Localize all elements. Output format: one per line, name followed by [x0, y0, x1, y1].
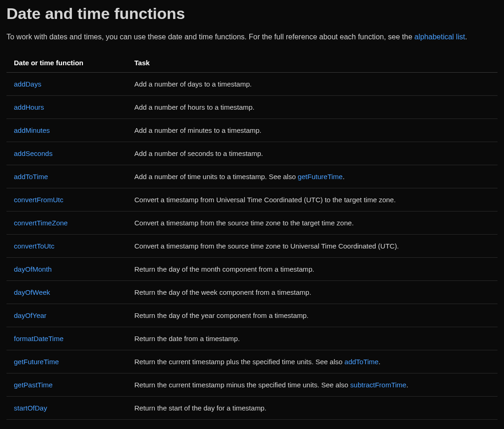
- table-header-task: Task: [127, 53, 498, 73]
- task-cell: Convert a timestamp from Universal Time …: [127, 188, 498, 211]
- function-cell: addSeconds: [6, 142, 127, 165]
- function-link[interactable]: dayOfWeek: [14, 288, 50, 296]
- task-text-before: Return the day of the year component fro…: [134, 311, 309, 319]
- task-cell: Add a number of time units to a timestam…: [127, 165, 498, 188]
- task-text-before: Return the current timestamp plus the sp…: [134, 358, 345, 366]
- table-row: getPastTimeReturn the current timestamp …: [6, 373, 498, 396]
- task-cell: Convert a timestamp from the source time…: [127, 234, 498, 257]
- function-cell: convertToUtc: [6, 234, 127, 257]
- table-row: formatDateTimeReturn the date from a tim…: [6, 327, 498, 350]
- task-cell: Add a number of minutes to a timestamp.: [127, 118, 498, 142]
- function-cell: addMinutes: [6, 118, 127, 142]
- function-link[interactable]: addSeconds: [14, 149, 52, 157]
- intro-text-after: .: [465, 33, 467, 41]
- task-text-before: Return the date from a timestamp.: [134, 335, 240, 342]
- functions-table: Date or time function Task addDaysAdd a …: [6, 53, 498, 420]
- table-row: startOfDayReturn the start of the day fo…: [6, 396, 498, 419]
- task-text-before: Add a number of minutes to a timestamp.: [134, 126, 261, 134]
- table-row: convertTimeZoneConvert a timestamp from …: [6, 211, 498, 234]
- task-text-after: .: [343, 173, 345, 180]
- table-row: addSecondsAdd a number of seconds to a t…: [6, 142, 498, 165]
- table-row: dayOfYearReturn the day of the year comp…: [6, 304, 498, 327]
- task-cell: Convert a timestamp from the source time…: [127, 211, 498, 234]
- function-cell: dayOfWeek: [6, 280, 127, 304]
- task-cell: Return the current timestamp minus the s…: [127, 373, 498, 396]
- function-link[interactable]: startOfDay: [14, 404, 47, 412]
- task-text-before: Convert a timestamp from the source time…: [134, 242, 399, 250]
- table-row: convertToUtcConvert a timestamp from the…: [6, 234, 498, 257]
- function-cell: getPastTime: [6, 373, 127, 396]
- table-row: addDaysAdd a number of days to a timesta…: [6, 72, 498, 95]
- task-cell: Return the day of the month component fr…: [127, 257, 498, 280]
- task-cell: Return the day of the year component fro…: [127, 304, 498, 327]
- function-link[interactable]: convertToUtc: [14, 242, 55, 250]
- function-cell: addToTime: [6, 165, 127, 188]
- task-text-before: Convert a timestamp from Universal Time …: [134, 196, 396, 204]
- task-text-before: Add a number of hours to a timestamp.: [134, 103, 254, 111]
- table-row: convertFromUtcConvert a timestamp from U…: [6, 188, 498, 211]
- table-row: addMinutesAdd a number of minutes to a t…: [6, 118, 498, 142]
- function-link[interactable]: addDays: [14, 80, 41, 88]
- table-header-function: Date or time function: [6, 53, 127, 73]
- task-text-before: Add a number of days to a timestamp.: [134, 80, 252, 88]
- task-cell: Return the start of the day for a timest…: [127, 396, 498, 419]
- task-text-before: Add a number of seconds to a timestamp.: [134, 149, 263, 157]
- task-cell: Add a number of seconds to a timestamp.: [127, 142, 498, 165]
- intro-paragraph: To work with dates and times, you can us…: [6, 31, 498, 43]
- task-text-before: Add a number of time units to a timestam…: [134, 173, 298, 180]
- function-cell: formatDateTime: [6, 327, 127, 350]
- function-link[interactable]: getFutureTime: [14, 358, 59, 366]
- task-cell: Return the day of the week component fro…: [127, 280, 498, 304]
- function-cell: convertTimeZone: [6, 211, 127, 234]
- task-text-before: Return the day of the week component fro…: [134, 288, 311, 296]
- function-link[interactable]: getPastTime: [14, 381, 53, 389]
- function-link[interactable]: addToTime: [14, 173, 48, 180]
- function-link[interactable]: dayOfYear: [14, 311, 46, 319]
- function-cell: addHours: [6, 95, 127, 118]
- function-cell: dayOfMonth: [6, 257, 127, 280]
- table-row: dayOfMonthReturn the day of the month co…: [6, 257, 498, 280]
- function-link[interactable]: convertFromUtc: [14, 196, 63, 204]
- task-cell: Return the current timestamp plus the sp…: [127, 350, 498, 373]
- task-text-after: .: [378, 358, 380, 366]
- function-cell: convertFromUtc: [6, 188, 127, 211]
- function-link[interactable]: addMinutes: [14, 126, 50, 134]
- task-text-after: .: [406, 381, 408, 389]
- function-cell: dayOfYear: [6, 304, 127, 327]
- alphabetical-list-link[interactable]: alphabetical list: [415, 33, 465, 41]
- function-link[interactable]: addHours: [14, 103, 44, 111]
- function-link[interactable]: dayOfMonth: [14, 265, 52, 273]
- task-text-before: Return the start of the day for a timest…: [134, 404, 266, 412]
- function-cell: addDays: [6, 72, 127, 95]
- page-title: Date and time functions: [6, 5, 498, 23]
- task-cell: Add a number of days to a timestamp.: [127, 72, 498, 95]
- task-cell: Add a number of hours to a timestamp.: [127, 95, 498, 118]
- task-inline-link[interactable]: getFutureTime: [298, 173, 343, 180]
- task-inline-link[interactable]: subtractFromTime: [350, 381, 406, 389]
- task-inline-link[interactable]: addToTime: [345, 358, 379, 366]
- table-row: getFutureTimeReturn the current timestam…: [6, 350, 498, 373]
- table-row: addToTimeAdd a number of time units to a…: [6, 165, 498, 188]
- function-cell: startOfDay: [6, 396, 127, 419]
- function-cell: getFutureTime: [6, 350, 127, 373]
- table-row: addHoursAdd a number of hours to a times…: [6, 95, 498, 118]
- table-row: dayOfWeekReturn the day of the week comp…: [6, 280, 498, 304]
- function-link[interactable]: formatDateTime: [14, 335, 63, 342]
- function-link[interactable]: convertTimeZone: [14, 219, 68, 227]
- task-text-before: Return the day of the month component fr…: [134, 265, 315, 273]
- task-cell: Return the date from a timestamp.: [127, 327, 498, 350]
- intro-text-before: To work with dates and times, you can us…: [6, 33, 415, 41]
- task-text-before: Return the current timestamp minus the s…: [134, 381, 350, 389]
- task-text-before: Convert a timestamp from the source time…: [134, 219, 354, 227]
